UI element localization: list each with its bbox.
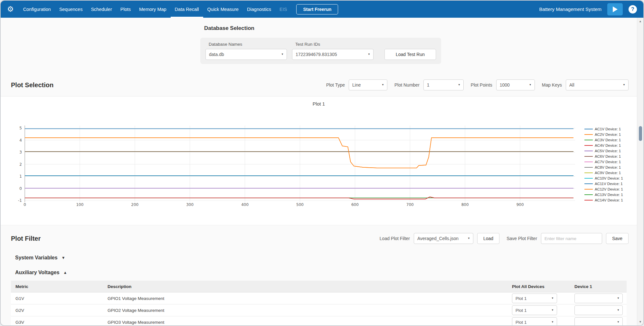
svg-text:100: 100 [76, 202, 83, 207]
header-device-1: Device 1 [570, 284, 627, 289]
legend-item[interactable]: AC3V Device: 1 [584, 137, 623, 143]
system-variables-toggle[interactable]: System Variables [15, 252, 637, 263]
legend-item[interactable]: AC12V Device: 1 [584, 186, 623, 192]
legend-color-line [584, 129, 593, 129]
legend-item[interactable]: AC1V Device: 1 [584, 126, 623, 132]
metric-cell: G2V [11, 308, 103, 313]
run-button[interactable] [607, 3, 623, 15]
load-plot-filter-button[interactable]: Load [477, 233, 499, 244]
device-1-select[interactable] [574, 305, 623, 315]
legend-color-line [584, 140, 593, 140]
load-plot-filter-label: Load Plot Filter [380, 236, 410, 241]
gear-icon[interactable] [7, 5, 14, 13]
load-plot-filter-value: Averaged_Cells.json [417, 236, 459, 241]
nav-right-group: Battery Management System [539, 3, 637, 15]
test-run-ids-select[interactable]: 1722394679.831305 [292, 49, 374, 60]
legend-label: AC11V Device: 1 [595, 182, 623, 186]
device-1-select[interactable] [574, 317, 623, 325]
legend-color-line [584, 145, 593, 146]
plot-all-devices-select[interactable]: Plot 1 [512, 317, 557, 325]
nav-item-plots[interactable]: Plots [116, 1, 135, 18]
chart-title: Plot 1 [1, 100, 637, 107]
legend-item[interactable]: AC8V Device: 1 [584, 164, 623, 170]
legend-label: AC1V Device: 1 [595, 127, 621, 131]
nav-item-quick-measure[interactable]: Quick Measure [203, 1, 243, 18]
test-run-ids-label: Test Run IDs [295, 42, 374, 47]
scroll-up-arrow[interactable] [637, 19, 643, 24]
legend-label: AC13V Device: 1 [595, 193, 623, 197]
scroll-down-arrow[interactable] [637, 319, 643, 324]
load-test-run-button[interactable]: Load Test Run [384, 49, 436, 60]
start-freerun-button[interactable]: Start Freerun [296, 4, 338, 14]
legend-color-line [584, 156, 593, 157]
help-icon[interactable] [629, 5, 637, 14]
legend-item[interactable]: AC14V Device: 1 [584, 197, 623, 203]
plot-filter-title: Plot Filter [11, 235, 41, 242]
legend-item[interactable]: AC11V Device: 1 [584, 181, 623, 186]
plot-all-devices-select[interactable]: Plot 1 [512, 305, 557, 315]
plot-all-devices-value: Plot 1 [516, 320, 527, 325]
legend-color-line [584, 151, 593, 151]
page-scroll-area: Database Selection Database Names data.d… [1, 18, 643, 325]
legend-item[interactable]: AC7V Device: 1 [584, 159, 623, 164]
scrollbar-thumb[interactable] [639, 126, 642, 141]
device-1-select[interactable] [574, 293, 623, 303]
plot-number-select[interactable]: 1 [423, 79, 464, 90]
legend-color-line [584, 172, 593, 173]
top-nav: Configuration Sequences Scheduler Plots … [1, 1, 643, 18]
nav-item-diagnostics[interactable]: Diagnostics [243, 1, 275, 18]
plot-type-select[interactable]: Line [349, 79, 387, 90]
legend-item[interactable]: AC13V Device: 1 [584, 192, 623, 197]
plot-type-label: Plot Type [326, 82, 345, 88]
auxiliary-voltages-label: Auxiliary Voltages [15, 270, 60, 275]
legend-color-line [584, 189, 593, 190]
nav-item-eis[interactable]: EIS [275, 1, 291, 18]
database-names-label: Database Names [209, 42, 287, 47]
svg-text:5: 5 [19, 126, 22, 130]
table-row: G3V GPIO3 Voltage Measurement Plot 1 [11, 316, 627, 325]
header-plot-all-devices: Plot All Devices [507, 284, 570, 289]
nav-item-sequences[interactable]: Sequences [55, 1, 87, 18]
plot-points-select[interactable]: 1000 [496, 79, 535, 90]
save-plot-filter-button[interactable]: Save [606, 233, 629, 244]
legend-label: AC12V Device: 1 [595, 187, 623, 191]
svg-text:900: 900 [516, 202, 524, 207]
nav-item-data-recall[interactable]: Data Recall [171, 1, 203, 18]
svg-text:3: 3 [19, 150, 22, 154]
legend-item[interactable]: AC5V Device: 1 [584, 148, 623, 154]
nav-item-scheduler[interactable]: Scheduler [87, 1, 116, 18]
vertical-scrollbar[interactable] [637, 18, 643, 325]
legend-label: AC10V Device: 1 [595, 176, 623, 180]
chevron-down-icon [551, 321, 554, 323]
legend-item[interactable]: AC2V Device: 1 [584, 132, 623, 137]
legend-item[interactable]: AC4V Device: 1 [584, 143, 623, 148]
svg-text:4: 4 [19, 138, 22, 143]
plot-type-value: Line [352, 82, 361, 88]
legend-item[interactable]: AC10V Device: 1 [584, 175, 623, 181]
nav-item-configuration[interactable]: Configuration [19, 1, 55, 18]
database-names-select[interactable]: data.db [205, 49, 287, 60]
map-keys-select[interactable]: All [566, 79, 629, 90]
legend-label: AC8V Device: 1 [595, 165, 621, 169]
device-1-cell [570, 293, 627, 303]
svg-text:600: 600 [351, 202, 359, 207]
legend-item[interactable]: AC9V Device: 1 [584, 170, 623, 175]
nav-item-memory-map[interactable]: Memory Map [135, 1, 171, 18]
legend-color-line [584, 194, 593, 195]
auxiliary-voltages-toggle[interactable]: Auxiliary Voltages [15, 268, 637, 277]
legend-label: AC2V Device: 1 [595, 133, 621, 136]
save-plot-filter-input[interactable] [541, 233, 602, 244]
chart-card: Plot 1 010020030040050060070080090054321… [1, 96, 637, 225]
chevron-down-icon [382, 84, 384, 86]
play-icon [613, 6, 618, 12]
plot-all-devices-cell: Plot 1 [507, 305, 570, 315]
legend-label: AC7V Device: 1 [595, 160, 621, 164]
chevron-down-icon [368, 53, 370, 56]
legend-item[interactable]: AC6V Device: 1 [584, 154, 623, 159]
plot-all-devices-select[interactable]: Plot 1 [512, 293, 557, 303]
chevron-up-icon [63, 271, 67, 275]
database-names-value: data.db [209, 52, 224, 57]
description-cell: GPIO1 Voltage Measurement [103, 296, 507, 301]
load-plot-filter-select[interactable]: Averaged_Cells.json [414, 233, 473, 244]
legend-color-line [584, 183, 593, 184]
